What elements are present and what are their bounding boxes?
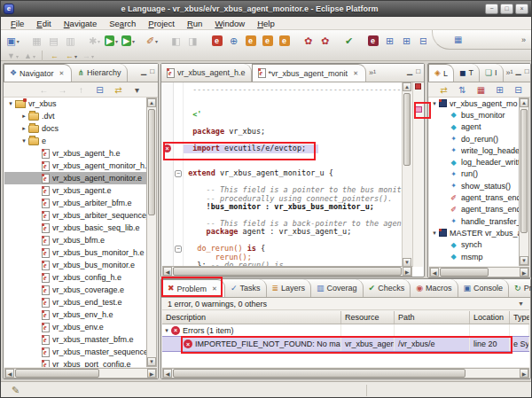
swirl-icon-1[interactable]: ✿ xyxy=(301,34,316,49)
outline-minimize-icon[interactable]: ▁ xyxy=(516,67,521,75)
outline-tab-t[interactable]: ◼T xyxy=(454,64,480,82)
problems-tab-console[interactable]: ▣Console xyxy=(458,279,510,297)
tree-item-vr-xbus-bus-monitor-h-e[interactable]: evr_xbus_bus_monitor_h.e xyxy=(4,246,147,259)
problems-tab-coverag[interactable]: ▥Coverag xyxy=(311,279,364,297)
external-tools-button[interactable]: ▶▾ xyxy=(121,34,136,49)
outline-item-agent[interactable]: ◆agent xyxy=(429,121,520,133)
run-button[interactable]: ▶▾ xyxy=(104,34,119,49)
tree-item-vr-xbus-port-config-e[interactable]: evr_xbus_port_config.e xyxy=(4,358,147,367)
menu-edit[interactable]: Edit xyxy=(30,18,57,29)
close-icon[interactable]: ✕ xyxy=(351,69,360,78)
outline-tab-i[interactable]: ❏I xyxy=(480,64,504,82)
expand-all-icon[interactable]: ⊞ xyxy=(492,83,507,96)
editor-vscrollbar[interactable]: ▲ ▼ xyxy=(402,82,412,267)
scroll-right-icon[interactable]: ▶ xyxy=(403,267,411,276)
outline-item-show-status[interactable]: ✦show_status() xyxy=(429,180,520,191)
tree-item-vr-xbus-config-h-e[interactable]: evr_xbus_config_h.e xyxy=(4,271,147,284)
problems-tab-tasks[interactable]: ✓Tasks xyxy=(225,279,267,297)
expand-all-icon-2[interactable]: ⊞ xyxy=(399,34,414,49)
scroll-right-icon[interactable]: ▶ xyxy=(147,369,156,378)
editor-hscrollbar[interactable]: ◀ ▶ xyxy=(162,266,412,277)
column-header-type[interactable]: Type xyxy=(510,311,529,324)
last-edit-location-button[interactable]: ← xyxy=(47,51,62,61)
tree-item-e[interactable]: ▾e xyxy=(4,135,147,147)
editor-fold-ruler[interactable] xyxy=(174,82,184,267)
navigator-vscrollbar[interactable]: ▲ ▼ xyxy=(146,98,157,367)
menu-window[interactable]: Window xyxy=(208,18,251,29)
outline-item-log-header-writt[interactable]: ◆log_header_writt xyxy=(429,156,520,168)
overview-error-marker-icon[interactable] xyxy=(414,106,422,113)
back-button[interactable]: ←▾ xyxy=(64,51,79,61)
menu-help[interactable]: Help xyxy=(251,18,281,29)
scroll-left-icon[interactable]: ◀ xyxy=(430,268,439,277)
check-icon[interactable]: ✔ xyxy=(341,34,356,49)
editor-maximize-icon[interactable]: □ xyxy=(416,67,420,75)
column-header-location[interactable]: Location xyxy=(470,311,510,324)
outline-item-do-rerun[interactable]: ✦do_rerun() xyxy=(429,133,520,144)
tree-item-docs[interactable]: ▸docs xyxy=(4,122,147,135)
scroll-up-icon[interactable]: ▲ xyxy=(520,98,528,107)
close-icon[interactable]: ✕ xyxy=(58,69,66,78)
column-header-path[interactable]: Path xyxy=(395,311,470,324)
menu-navigate[interactable]: Navigate xyxy=(58,18,104,29)
expander-icon[interactable]: ▾ xyxy=(6,100,15,107)
scroll-thumb[interactable] xyxy=(440,268,489,277)
link-with-editor-icon[interactable]: ⇄ xyxy=(111,83,126,96)
navigator-maximize-icon[interactable]: □ xyxy=(150,67,154,75)
tree-item-dvt[interactable]: ▸.dvt xyxy=(4,110,147,122)
statusbar-icon[interactable]: ✎ xyxy=(12,385,20,396)
tree-item-vr-xbus-agent-monitor-h-e[interactable]: evr_xbus_agent_monitor_h.e xyxy=(4,160,147,172)
tree-item-vr-xbus[interactable]: ▾vr_xbus xyxy=(4,98,147,110)
problems-tab-checks[interactable]: ✔Checks xyxy=(364,279,411,297)
expander-icon[interactable]: ▾ xyxy=(430,100,439,107)
menu-project[interactable]: Project xyxy=(142,18,181,29)
outline-item-synch[interactable]: ◆synch xyxy=(429,239,520,251)
link-with-editor-icon[interactable]: ⇄ xyxy=(436,83,451,96)
tree-item-vr-xbus-coverage-e[interactable]: evr_xbus_coverage.e xyxy=(4,284,147,296)
scroll-left-icon[interactable]: ◀ xyxy=(5,369,14,378)
collapse-all-icon[interactable]: ⊟ xyxy=(416,34,426,49)
outline-maximize-icon[interactable]: □ xyxy=(525,67,529,75)
collapse-all-icon[interactable]: ⊟ xyxy=(92,83,107,96)
menu-search[interactable]: Search xyxy=(103,18,142,29)
editor-tab-vr-xbus-agent-monit[interactable]: e*vr_xbus_agent_monit✕ xyxy=(252,64,366,82)
expander-icon[interactable]: ▸ xyxy=(20,113,28,120)
outline-vscrollbar[interactable]: ▲ ▼ xyxy=(519,98,529,266)
scroll-thumb[interactable] xyxy=(148,109,155,215)
scroll-up-icon[interactable]: ▲ xyxy=(147,98,156,107)
filter-menu-icon[interactable]: ▼ xyxy=(518,300,524,307)
scroll-thumb[interactable] xyxy=(520,109,528,233)
outline-hscrollbar[interactable]: ◀ ▶ xyxy=(429,267,529,277)
outline-tab-l[interactable]: ◈L xyxy=(428,64,454,82)
scroll-left-icon[interactable]: ◀ xyxy=(163,369,172,378)
problems-hscrollbar[interactable]: ◀ ▶ xyxy=(162,368,529,378)
navigator-tab-hierarchy[interactable]: ⋔Hierarchy xyxy=(72,64,127,82)
minimize-button[interactable]: − xyxy=(485,4,498,14)
scroll-right-icon[interactable]: ▶ xyxy=(520,268,528,277)
tree-item-vr-xbus-arbiter-sequence-h-e[interactable]: evr_xbus_arbiter_sequence_h.e xyxy=(4,209,147,222)
e-console-icon[interactable]: e xyxy=(365,34,380,49)
editor-gutter[interactable] xyxy=(162,82,174,267)
tree-item-vr-xbus-env-e[interactable]: evr_xbus_env.e xyxy=(4,321,147,333)
outline-item-master-vr-xbus-a[interactable]: ▾MASTER vr_xbus_a xyxy=(429,227,520,238)
sort-icon[interactable]: ⇅ xyxy=(455,83,470,96)
collapse-all-icon[interactable]: ⊟ xyxy=(511,83,526,96)
scroll-thumb[interactable] xyxy=(173,267,402,276)
view-menu-icon[interactable]: ▾ xyxy=(129,83,145,96)
perspective-icon[interactable]: ▦ xyxy=(454,35,462,44)
tree-item-vr-xbus-arbiter-bfm-e[interactable]: evr_xbus_arbiter_bfm.e xyxy=(4,197,147,209)
e-browser-icon[interactable]: ⊕ xyxy=(226,34,241,49)
navigator-tab-navigator[interactable]: ❖Navigator✕ xyxy=(4,64,72,82)
expand-all-icon-1[interactable]: ⊞ xyxy=(382,34,397,49)
navigator-hscrollbar[interactable]: ◀ ▶ xyxy=(4,368,157,378)
e-file-toolbar-icon-3[interactable]: e xyxy=(277,34,292,49)
scroll-thumb[interactable] xyxy=(173,369,466,378)
problems-tab-macros[interactable]: ◉Macros xyxy=(411,279,458,297)
outline-item-msmp[interactable]: ◆msmp xyxy=(429,251,520,262)
scroll-left-icon[interactable]: ◀ xyxy=(163,267,172,276)
maximize-button[interactable]: □ xyxy=(500,4,513,14)
swirl-icon-2[interactable]: ✿ xyxy=(317,34,332,49)
tree-item-vr-xbus-agent-h-e[interactable]: evr_xbus_agent_h.e xyxy=(4,147,147,160)
outline-item-vr-xbus-agent-mo[interactable]: ▾vr_xbus_agent_mo xyxy=(429,98,520,109)
scroll-right-icon[interactable]: ▶ xyxy=(520,369,528,378)
